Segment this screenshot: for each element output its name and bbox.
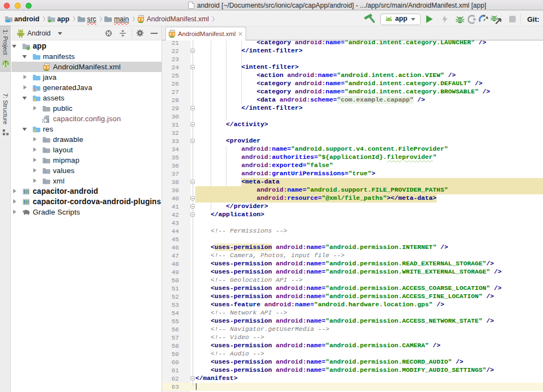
svg-text:{..}: {..} <box>42 119 50 123</box>
